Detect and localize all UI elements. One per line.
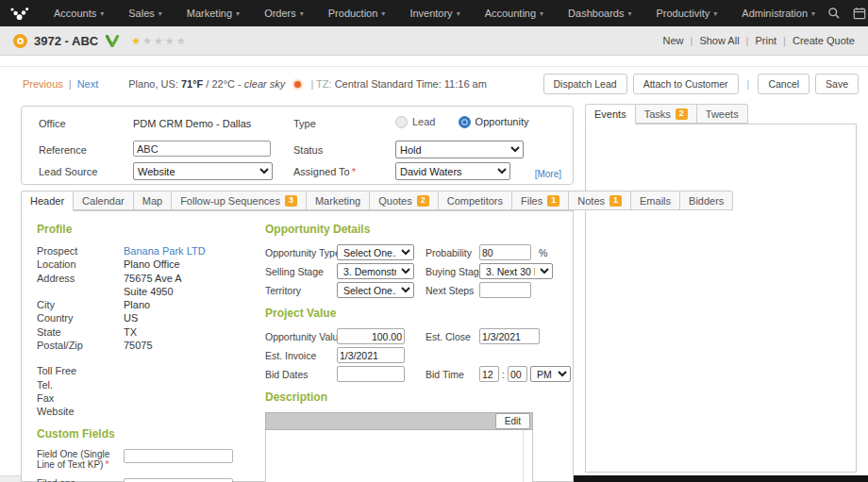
tab-count-badge: 3 <box>285 195 297 207</box>
office-label: Office <box>39 118 66 129</box>
menu-administration[interactable]: Administration▾ <box>729 0 827 26</box>
opportunity-radio[interactable] <box>459 116 471 128</box>
search-icon[interactable] <box>827 7 841 20</box>
star-icon[interactable]: ★ <box>131 35 142 47</box>
print-link[interactable]: Print <box>755 35 776 46</box>
star-icon[interactable]: ★ <box>154 35 165 47</box>
tab-tasks[interactable]: Tasks2 <box>636 104 697 124</box>
est-close-input[interactable] <box>479 328 540 344</box>
tab-emails[interactable]: Emails <box>631 191 680 210</box>
menu-label: Sales <box>128 8 155 19</box>
est-invoice-input[interactable] <box>337 347 405 363</box>
star-icon[interactable]: ★ <box>142 35 154 47</box>
menu-production[interactable]: Production▾ <box>316 0 398 26</box>
opportunity-value-input[interactable] <box>337 328 405 344</box>
menu-accounting[interactable]: Accounting▾ <box>473 0 556 26</box>
sun-icon <box>294 81 301 88</box>
bid-dates-label: Bid Dates <box>265 369 337 380</box>
star-icon[interactable]: ★ <box>165 35 176 47</box>
dispatch-lead-button[interactable]: Dispatch Lead <box>543 74 627 94</box>
weather-temp: 71°F <box>181 78 203 90</box>
status-select[interactable]: Hold <box>395 141 524 158</box>
scrollbar[interactable] <box>523 430 524 482</box>
app-logo-icon[interactable] <box>9 6 30 21</box>
profile-label: Postal/Zip <box>37 339 124 352</box>
next-link[interactable]: Next <box>77 78 99 90</box>
reference-input[interactable] <box>133 141 271 157</box>
probability-input[interactable] <box>479 244 531 260</box>
bid-minute-input[interactable] <box>508 366 527 382</box>
tab-events[interactable]: Events <box>585 104 636 125</box>
tab-follow-up-sequences[interactable]: Follow-up Sequences3 <box>172 191 307 210</box>
menu-label: Accounts <box>54 8 96 19</box>
attach-to-customer-button[interactable]: Attach to Customer <box>633 74 739 94</box>
menu-dashboards[interactable]: Dashboards▾ <box>556 0 643 26</box>
description-editor: Edit <box>265 412 533 482</box>
selling-stage-select[interactable]: 3. Demonstrate <box>337 263 414 279</box>
record-action-buttons: Dispatch LeadAttach to Customer|CancelSa… <box>543 74 860 94</box>
new-link[interactable]: New <box>663 35 684 46</box>
assigned-to-select[interactable]: David Waters <box>395 162 510 180</box>
chevron-down-icon: ▾ <box>627 9 631 18</box>
bid-dates-input[interactable] <box>337 366 405 382</box>
star-icon[interactable]: ★ <box>176 35 188 47</box>
show-all-link[interactable]: Show All <box>699 35 739 46</box>
buying-stage-select[interactable]: 3. Next 30 Days <box>479 263 553 279</box>
save-button[interactable]: Save <box>815 74 859 94</box>
tab-count-badge: 1 <box>609 195 622 207</box>
prospect-link[interactable]: Banana Park LTD <box>124 244 206 258</box>
menu-accounts[interactable]: Accounts▾ <box>42 0 116 26</box>
header-tab-panel: Profile ProspectBanana Park LTDLocationP… <box>21 210 574 482</box>
next-steps-input[interactable] <box>479 282 531 298</box>
tab-marketing[interactable]: Marketing <box>307 191 370 210</box>
edit-button[interactable]: Edit <box>495 413 530 429</box>
tab-quotes[interactable]: Quotes2 <box>370 191 438 210</box>
separator: | <box>69 78 72 90</box>
profile-label: Country <box>37 311 124 324</box>
tab-header[interactable]: Header <box>21 191 74 211</box>
lead-source-select[interactable]: Website <box>133 162 273 180</box>
tab-count-badge: 1 <box>547 195 559 207</box>
profile-label: Location <box>37 258 124 271</box>
tab-competitors[interactable]: Competitors <box>439 191 512 210</box>
bid-ampm-select[interactable]: PM <box>530 366 571 382</box>
profile-row: StateTX <box>37 325 261 339</box>
next-steps-label: Next Steps <box>426 285 479 296</box>
profile-row: ProspectBanana Park LTD <box>37 244 261 258</box>
cancel-button[interactable]: Cancel <box>758 74 810 94</box>
menu-productivity[interactable]: Productivity▾ <box>643 0 729 26</box>
more-link[interactable]: [More] <box>535 169 561 179</box>
form-row: Opportunity Type Select One... Probabili… <box>265 244 561 260</box>
star-rating[interactable]: ★★★★★ <box>131 35 187 47</box>
form-row: Opportunity Value Est. Close <box>265 328 561 344</box>
profile-row <box>37 352 261 364</box>
tab-notes[interactable]: Notes1 <box>569 191 631 210</box>
menu-orders[interactable]: Orders▾ <box>252 0 316 26</box>
opportunity-type-select[interactable]: Select One... <box>337 244 414 260</box>
form-row: Selling Stage 3. Demonstrate Buying Stag… <box>265 263 561 279</box>
tab-bidders[interactable]: Bidders <box>680 191 733 210</box>
previous-link[interactable]: Previous <box>23 78 63 90</box>
colon: : <box>502 369 505 380</box>
territory-select[interactable]: Select One... <box>337 282 414 298</box>
custom-field-input[interactable] <box>124 449 233 463</box>
menu-marketing[interactable]: Marketing▾ <box>175 0 252 26</box>
menu-inventory[interactable]: Inventory▾ <box>397 0 472 26</box>
tab-calendar[interactable]: Calendar <box>74 191 134 210</box>
tab-label: Tweets <box>706 108 739 120</box>
chevron-down-icon: ▾ <box>159 9 162 18</box>
lead-radio[interactable] <box>395 116 408 128</box>
tab-files[interactable]: Files1 <box>512 191 569 210</box>
opportunity-value-label: Opportunity Value <box>265 331 337 342</box>
profile-row: Website <box>37 405 261 418</box>
description-textarea[interactable] <box>265 430 533 482</box>
calendar-icon[interactable] <box>853 7 866 20</box>
create-quote-link[interactable]: Create Quote <box>793 35 855 46</box>
tab-map[interactable]: Map <box>134 191 172 210</box>
tab-tweets[interactable]: Tweets <box>697 104 748 124</box>
menu-sales[interactable]: Sales▾ <box>116 0 175 26</box>
profile-row: Suite 4950 <box>37 285 261 298</box>
top-navbar: Accounts▾Sales▾Marketing▾Orders▾Producti… <box>0 0 868 26</box>
custom-field-input[interactable] <box>124 478 233 482</box>
bid-hour-input[interactable] <box>479 366 499 382</box>
